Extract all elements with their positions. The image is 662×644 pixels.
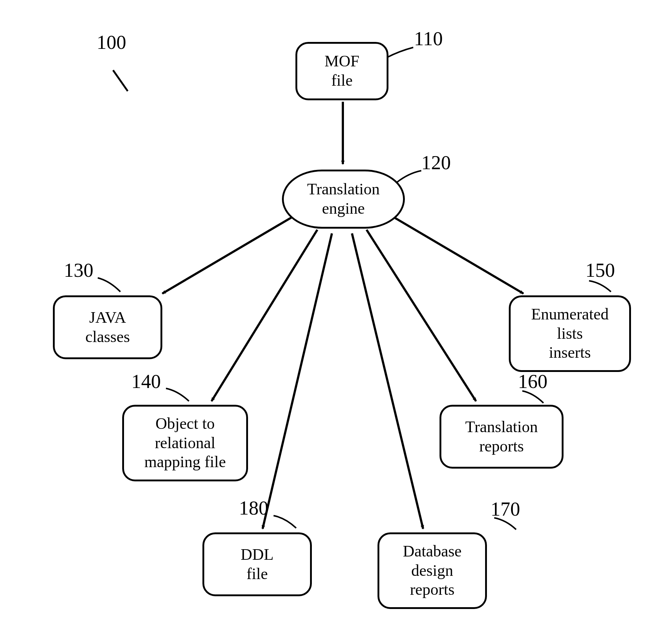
svg-line-1 [162,215,295,294]
ref-mapping: 140 [131,370,161,393]
node-ddl: DDLfile [202,532,312,596]
node-ddl-label: DDLfile [241,545,274,584]
node-java: JAVAclasses [53,295,162,359]
svg-line-3 [212,230,317,401]
node-dbdesign-label: Databasedesignreports [403,542,461,600]
ref-mof: 110 [414,27,443,50]
svg-line-4 [367,230,476,401]
node-reports: Translationreports [440,405,564,469]
ref-reports: 160 [518,370,547,393]
ref-ddl: 180 [239,497,268,519]
node-reports-label: Translationreports [465,418,538,456]
node-engine: Translationengine [282,170,405,229]
node-mof-label: MOFfile [325,52,359,90]
node-dbdesign: Databasedesignreports [378,532,487,609]
svg-line-2 [390,215,523,294]
ref-engine: 120 [421,151,451,174]
ref-enum: 150 [585,259,615,282]
node-enum-label: Enumeratedlistsinserts [531,305,609,362]
node-mapping-label: Object torelationalmapping file [144,414,226,472]
ref-system: 100 [97,31,126,54]
svg-line-6 [352,233,423,529]
node-mapping: Object torelationalmapping file [122,405,248,481]
svg-line-5 [263,233,332,529]
ref-dbdesign: 170 [491,498,520,520]
node-engine-label: Translationengine [307,180,380,218]
node-java-label: JAVAclasses [85,308,130,347]
diagram-canvas: 100 110 120 130 140 150 160 170 180 MOFf… [0,0,662,644]
system-tick [112,70,128,92]
node-mof: MOFfile [295,42,388,100]
ref-java: 130 [64,259,93,282]
node-enum: Enumeratedlistsinserts [509,295,631,372]
